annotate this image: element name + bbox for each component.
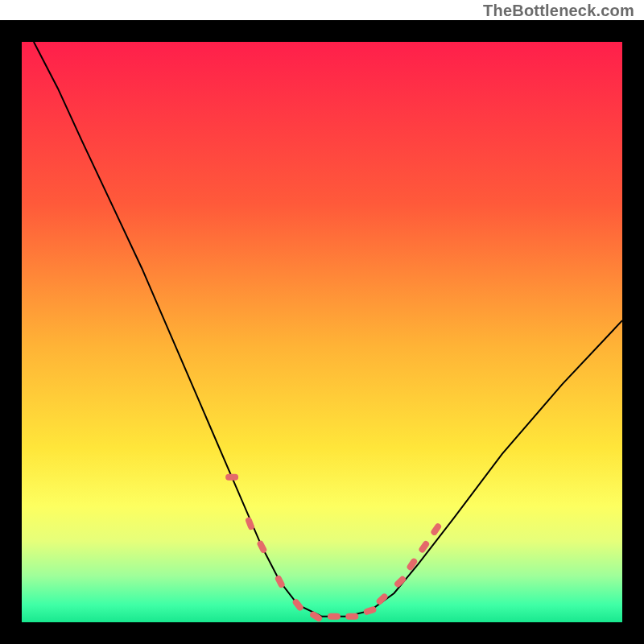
chart-stage: TheBottleneck.com [0, 0, 644, 644]
highlight-marker [328, 613, 341, 620]
bottleneck-chart [0, 0, 644, 644]
highlight-marker [225, 474, 238, 481]
gradient-background [22, 42, 622, 622]
highlight-marker [345, 613, 358, 620]
watermark-text: TheBottleneck.com [483, 2, 634, 20]
